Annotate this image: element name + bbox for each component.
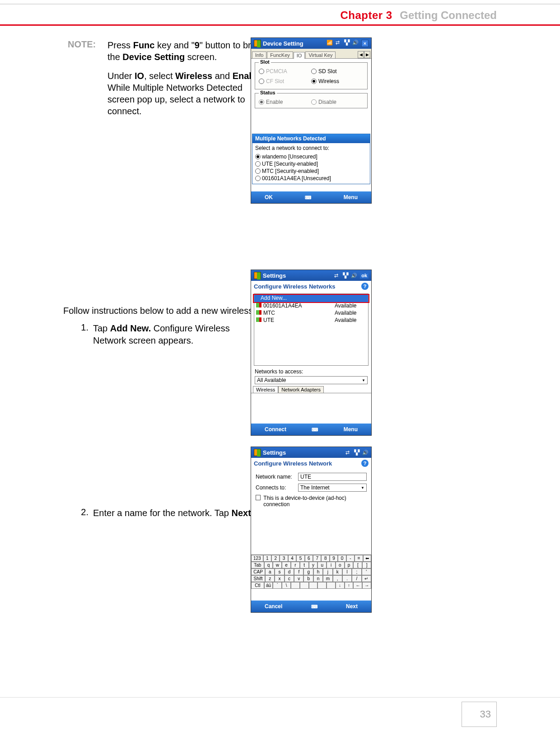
keyboard-key[interactable]: áü <box>264 582 273 589</box>
connection-icon[interactable]: ⇄ <box>336 40 340 47</box>
keyboard-key[interactable]: Tab <box>251 562 264 568</box>
next-softkey[interactable]: Next <box>346 603 358 610</box>
connect-softkey[interactable]: Connect <box>265 426 286 433</box>
radio-wireless[interactable]: Wireless <box>311 76 364 86</box>
keyboard-key[interactable]: , <box>333 575 342 582</box>
keyboard-key[interactable]: ← <box>353 582 362 589</box>
keyboard-key[interactable]: \ <box>282 582 291 589</box>
wifi-icon[interactable]: ▝▞ <box>341 273 348 279</box>
keyboard-key[interactable]: ` <box>273 582 282 589</box>
keyboard-key[interactable]: / <box>352 575 361 582</box>
signal-icon[interactable]: 📶 <box>327 40 333 47</box>
keyboard-key[interactable]: f <box>294 568 303 575</box>
keyboard-key[interactable]: ] <box>362 562 371 568</box>
keyboard-key[interactable]: . <box>342 575 352 582</box>
network-listbox[interactable]: Add New... 001601A1A4EAAvailable MTCAvai… <box>254 293 369 366</box>
keyboard-icon[interactable]: ⌨ <box>311 604 317 609</box>
connection-icon[interactable]: ⇄ <box>334 273 338 279</box>
radio-pcmcia[interactable]: PCMCIA <box>259 66 311 76</box>
keyboard-key[interactable]: ⬅ <box>363 555 371 562</box>
network-option-wlandemo[interactable]: wlandemo [Unsecured] <box>255 153 367 160</box>
keyboard-key[interactable]: q <box>264 562 273 568</box>
keyboard-key[interactable]: h <box>313 568 323 575</box>
keyboard-key[interactable]: w <box>273 562 282 568</box>
ok-softkey[interactable]: OK <box>265 194 273 200</box>
keyboard-key[interactable] <box>300 582 309 589</box>
start-icon[interactable] <box>254 40 261 47</box>
keyboard-key[interactable] <box>291 582 300 589</box>
keyboard-key[interactable]: 5 <box>296 555 304 562</box>
tab-scroll-right[interactable]: ▶ <box>364 51 370 58</box>
keyboard-key[interactable]: k <box>333 568 342 575</box>
volume-icon[interactable]: 🔊 <box>352 40 359 47</box>
keyboard-key[interactable]: 3 <box>280 555 288 562</box>
keyboard-key[interactable]: r <box>291 562 300 568</box>
close-button[interactable]: × <box>361 40 369 47</box>
keyboard-key[interactable]: i <box>327 562 336 568</box>
keyboard-key[interactable]: ; <box>352 568 361 575</box>
network-option-mtc[interactable]: MTC [Security-enabled] <box>255 168 367 175</box>
keyboard-key[interactable]: 1 <box>263 555 271 562</box>
keyboard-key[interactable]: ↓ <box>336 582 345 589</box>
keyboard-key[interactable]: p <box>345 562 354 568</box>
tab-io[interactable]: IO <box>294 52 305 59</box>
wifi-icon[interactable]: ▝▞ <box>342 40 350 47</box>
soft-keyboard[interactable]: 1231234567890-=⬅Tabqwertyuiop[]CAPasdfgh… <box>251 554 371 589</box>
radio-cfslot[interactable]: CF Slot <box>259 76 311 86</box>
network-row[interactable]: MTCAvailable <box>254 309 368 317</box>
keyboard-key[interactable]: CAP <box>251 568 265 575</box>
keyboard-key[interactable]: v <box>294 575 303 582</box>
tab-info[interactable]: Info <box>252 51 266 58</box>
tab-funckey[interactable]: FuncKey <box>267 51 293 58</box>
keyboard-key[interactable]: a <box>265 568 275 575</box>
keyboard-key[interactable]: n <box>313 575 323 582</box>
help-icon[interactable]: ? <box>361 460 369 467</box>
keyboard-key[interactable]: 6 <box>305 555 313 562</box>
keyboard-key[interactable]: t <box>300 562 309 568</box>
radio-enable[interactable]: Enable <box>259 97 311 107</box>
keyboard-key[interactable]: z <box>265 575 275 582</box>
volume-icon[interactable]: 🔊 <box>351 273 357 279</box>
network-name-input[interactable]: UTE <box>298 473 367 481</box>
keyboard-key[interactable] <box>317 582 327 589</box>
menu-softkey[interactable]: Menu <box>344 426 358 433</box>
keyboard-key[interactable]: 7 <box>313 555 321 562</box>
adhoc-checkbox-row[interactable]: This is a device-to-device (ad-hoc) conn… <box>251 493 371 509</box>
tab-wireless[interactable]: Wireless <box>253 386 278 393</box>
keyboard-key[interactable]: 123 <box>251 555 263 562</box>
keyboard-key[interactable]: b <box>303 575 313 582</box>
keyboard-icon[interactable]: ⌨ <box>305 195 311 200</box>
network-row[interactable]: 001601A1A4EAAvailable <box>254 302 368 309</box>
keyboard-key[interactable]: - <box>346 555 355 562</box>
keyboard-key[interactable]: e <box>282 562 291 568</box>
keyboard-key[interactable]: Ctl <box>251 582 264 589</box>
keyboard-key[interactable]: Shift <box>251 575 265 582</box>
start-icon[interactable] <box>254 449 261 456</box>
keyboard-key[interactable]: [ <box>353 562 362 568</box>
keyboard-key[interactable]: ↵ <box>362 575 371 582</box>
connects-to-dropdown[interactable]: The Internet▼ <box>298 484 367 492</box>
tab-virtualkey[interactable]: Virtual Key <box>305 51 336 58</box>
keyboard-key[interactable]: d <box>285 568 294 575</box>
keyboard-key[interactable]: ↑ <box>345 582 354 589</box>
keyboard-key[interactable]: g <box>303 568 313 575</box>
tab-network-adapters[interactable]: Network Adapters <box>278 386 324 393</box>
keyboard-key[interactable]: l <box>342 568 352 575</box>
radio-disable[interactable]: Disable <box>311 97 364 107</box>
connection-icon[interactable]: ⇄ <box>345 450 350 456</box>
keyboard-icon[interactable]: ⌨ <box>312 427 318 432</box>
tab-scroll-left[interactable]: ◀ <box>358 51 364 58</box>
keyboard-key[interactable]: 0 <box>338 555 346 562</box>
keyboard-key[interactable] <box>309 582 318 589</box>
keyboard-key[interactable]: u <box>317 562 327 568</box>
help-icon[interactable]: ? <box>361 283 369 290</box>
menu-softkey[interactable]: Menu <box>344 194 358 200</box>
keyboard-key[interactable]: m <box>323 575 332 582</box>
network-option-001601[interactable]: 001601A1A4EA [Unsecured] <box>255 175 367 182</box>
network-option-ute[interactable]: UTE [Security-enabled] <box>255 160 367 168</box>
keyboard-key[interactable]: o <box>336 562 345 568</box>
keyboard-key[interactable] <box>327 582 336 589</box>
start-icon[interactable] <box>254 272 261 279</box>
keyboard-key[interactable]: 9 <box>330 555 338 562</box>
keyboard-key[interactable]: ' <box>362 568 371 575</box>
